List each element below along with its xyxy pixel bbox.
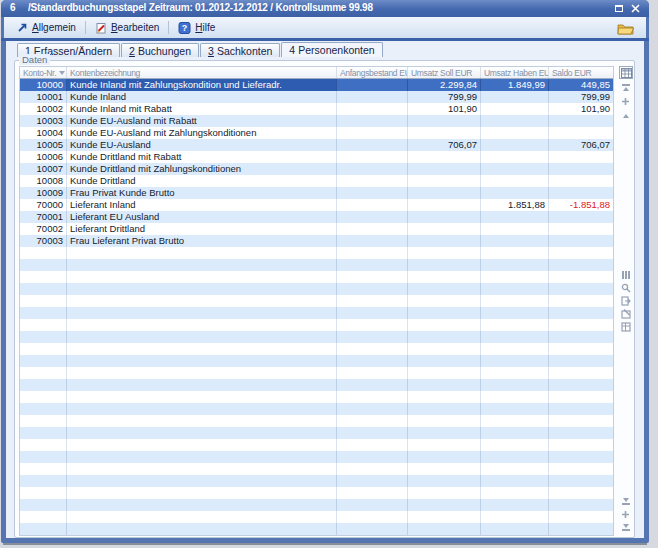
- table-cell[interactable]: [408, 307, 481, 319]
- table-cell[interactable]: [20, 379, 67, 391]
- table-cell[interactable]: [20, 415, 67, 427]
- table-cell[interactable]: [67, 523, 337, 535]
- table-cell[interactable]: [408, 367, 481, 379]
- table-cell[interactable]: [549, 415, 613, 427]
- table-cell[interactable]: [67, 451, 337, 463]
- table-cell[interactable]: [20, 475, 67, 487]
- table-cell[interactable]: [481, 499, 549, 511]
- table-cell[interactable]: [408, 439, 481, 451]
- table-cell[interactable]: [549, 343, 613, 355]
- table-cell[interactable]: [20, 487, 67, 499]
- table-cell[interactable]: [481, 487, 549, 499]
- table-row-empty[interactable]: [20, 367, 613, 379]
- table-row-empty[interactable]: [20, 475, 613, 487]
- table-cell[interactable]: Lieferant Inland: [67, 199, 337, 211]
- table-cell[interactable]: [408, 163, 481, 175]
- column-header-umsatz-soll[interactable]: Umsatz Soll EUR: [408, 67, 481, 78]
- table-row[interactable]: 70003Frau Lieferant Privat Brutto: [20, 235, 613, 247]
- table-cell[interactable]: [408, 475, 481, 487]
- table-cell[interactable]: [337, 163, 408, 175]
- table-cell[interactable]: 1.849,99: [481, 79, 549, 91]
- table-cell[interactable]: [67, 463, 337, 475]
- table-row-empty[interactable]: [20, 247, 613, 259]
- table-export-button[interactable]: [620, 321, 632, 333]
- table-cell[interactable]: 706,07: [408, 139, 481, 151]
- search-button[interactable]: [620, 282, 632, 294]
- table-cell[interactable]: [549, 439, 613, 451]
- table-cell[interactable]: [337, 343, 408, 355]
- table-cell[interactable]: [408, 271, 481, 283]
- table-row-empty[interactable]: [20, 343, 613, 355]
- table-cell[interactable]: [20, 355, 67, 367]
- table-cell[interactable]: [408, 115, 481, 127]
- table-cell[interactable]: [337, 139, 408, 151]
- table-cell[interactable]: [481, 211, 549, 223]
- bearbeiten-button[interactable]: Bearbeiten: [90, 20, 164, 36]
- table-cell[interactable]: Kunde Drittland mit Zahlungskonditionen: [67, 163, 337, 175]
- table-cell[interactable]: [20, 271, 67, 283]
- table-cell[interactable]: [549, 403, 613, 415]
- table-cell[interactable]: [20, 391, 67, 403]
- table-row-empty[interactable]: [20, 295, 613, 307]
- table-row-empty[interactable]: [20, 307, 613, 319]
- table-cell[interactable]: 10008: [20, 175, 67, 187]
- table-row-empty[interactable]: [20, 439, 613, 451]
- table-cell[interactable]: [549, 319, 613, 331]
- table-cell[interactable]: [549, 523, 613, 535]
- table-cell[interactable]: [20, 307, 67, 319]
- table-cell[interactable]: [67, 379, 337, 391]
- table-row-empty[interactable]: [20, 523, 613, 535]
- table-cell[interactable]: [549, 307, 613, 319]
- table-cell[interactable]: [408, 391, 481, 403]
- table-cell[interactable]: [549, 235, 613, 247]
- title-bar[interactable]: 6 /Standardbuchungsstapel Zeitraum: 01.2…: [1, 0, 649, 17]
- table-cell[interactable]: [20, 259, 67, 271]
- table-cell[interactable]: [337, 175, 408, 187]
- table-cell[interactable]: [481, 127, 549, 139]
- table-cell[interactable]: Kunde EU-Ausland mit Zahlungskonditionen: [67, 127, 337, 139]
- table-cell[interactable]: [408, 319, 481, 331]
- table-cell[interactable]: 799,99: [408, 91, 481, 103]
- table-cell[interactable]: [549, 499, 613, 511]
- table-cell[interactable]: [481, 403, 549, 415]
- table-cell[interactable]: [549, 259, 613, 271]
- table-cell[interactable]: [481, 439, 549, 451]
- table-row-empty[interactable]: [20, 283, 613, 295]
- table-row-empty[interactable]: [20, 487, 613, 499]
- table-cell[interactable]: Frau Privat Kunde Brutto: [67, 187, 337, 199]
- table-cell[interactable]: 706,07: [549, 139, 613, 151]
- table-cell[interactable]: [67, 511, 337, 523]
- table-cell[interactable]: 10004: [20, 127, 67, 139]
- table-cell[interactable]: [408, 331, 481, 343]
- edit-list-button[interactable]: [620, 308, 632, 320]
- table-cell[interactable]: 10000: [20, 79, 67, 91]
- table-cell[interactable]: [481, 331, 549, 343]
- table-cell[interactable]: [337, 103, 408, 115]
- table-cell[interactable]: [408, 235, 481, 247]
- table-cell[interactable]: [481, 355, 549, 367]
- table-cell[interactable]: [549, 295, 613, 307]
- table-cell[interactable]: [20, 523, 67, 535]
- table-cell[interactable]: 70003: [20, 235, 67, 247]
- table-cell[interactable]: Kunde Drittland mit Rabatt: [67, 151, 337, 163]
- table-cell[interactable]: [481, 319, 549, 331]
- table-cell[interactable]: [67, 247, 337, 259]
- table-cell[interactable]: [481, 511, 549, 523]
- table-cell[interactable]: [408, 259, 481, 271]
- table-cell[interactable]: [67, 271, 337, 283]
- table-cell[interactable]: 70001: [20, 211, 67, 223]
- table-row[interactable]: 70000Lieferant Inland1.851,88-1.851,88: [20, 199, 613, 211]
- table-cell[interactable]: [549, 271, 613, 283]
- table-cell[interactable]: [337, 223, 408, 235]
- table-row[interactable]: 10007Kunde Drittland mit Zahlungskonditi…: [20, 163, 613, 175]
- table-cell[interactable]: [20, 283, 67, 295]
- table-row-empty[interactable]: [20, 427, 613, 439]
- table-cell[interactable]: [337, 439, 408, 451]
- table-cell[interactable]: [20, 331, 67, 343]
- table-row-empty[interactable]: [20, 415, 613, 427]
- table-cell[interactable]: [549, 379, 613, 391]
- table-cell[interactable]: [549, 151, 613, 163]
- table-cell[interactable]: [549, 331, 613, 343]
- table-cell[interactable]: [408, 283, 481, 295]
- table-cell[interactable]: [481, 187, 549, 199]
